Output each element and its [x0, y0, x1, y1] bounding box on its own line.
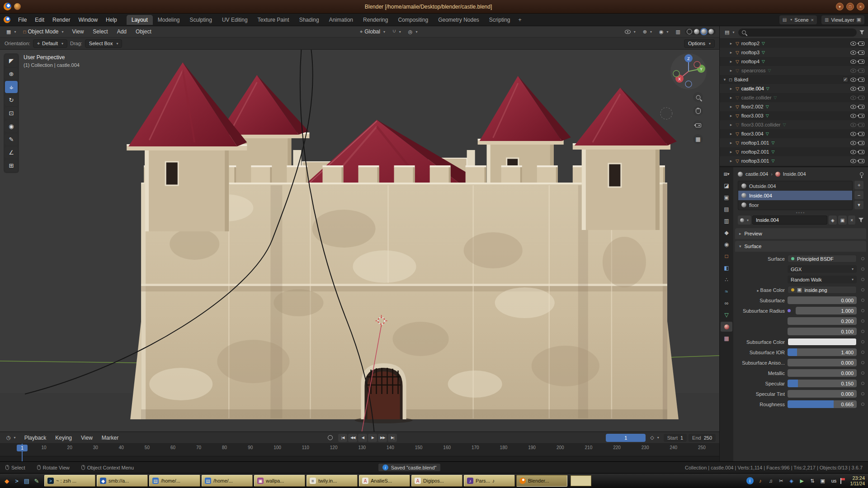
tool-transform[interactable]: ◉	[5, 120, 18, 132]
outliner-row[interactable]: ▸▽rooftop1.001▽	[720, 138, 868, 147]
camera-view-icon[interactable]	[693, 120, 703, 130]
properties-tab-modifier[interactable]: ◧	[721, 263, 732, 273]
value-slider[interactable]: 0.000	[788, 296, 857, 304]
decorator-dot[interactable]	[861, 299, 864, 302]
workspace-tab-geometry-nodes[interactable]: Geometry Nodes	[433, 15, 484, 25]
timeline-menu-marker[interactable]: Marker	[98, 433, 123, 443]
taskbar-clock[interactable]: 23:24 1/11/24	[850, 475, 865, 486]
solid-shading-icon[interactable]	[694, 29, 699, 34]
render-visibility-icon[interactable]	[859, 69, 864, 73]
color-swatch[interactable]	[788, 338, 857, 346]
workspace-tab-modeling[interactable]: Modeling	[153, 15, 185, 25]
properties-tab-scene[interactable]: ◆	[721, 228, 732, 238]
maximize-button[interactable]: □	[846, 3, 854, 10]
volume-icon[interactable]: ♫	[767, 477, 774, 484]
value-slider[interactable]: 0.200	[788, 317, 857, 325]
expand-arrow-icon[interactable]: ▸	[729, 68, 733, 73]
material-name-field[interactable]: Inside.004	[752, 216, 827, 225]
preview-section-header[interactable]: ▸ Preview	[735, 228, 866, 239]
outliner-row[interactable]: ▸▽castle.004▽	[720, 84, 868, 93]
properties-tab-physics[interactable]: ≈	[721, 286, 732, 296]
info-icon[interactable]: i	[746, 477, 754, 484]
decorator-dot[interactable]	[861, 340, 864, 343]
decorator-dot[interactable]	[861, 371, 864, 375]
gizmo-z-label[interactable]: Z	[687, 56, 690, 61]
tool-measure[interactable]: ∠	[5, 146, 18, 159]
timeline-editor-dropdown[interactable]: ◷▾	[4, 434, 19, 441]
decorator-dot[interactable]	[861, 361, 864, 364]
menu-edit[interactable]: Edit	[31, 15, 48, 25]
remove-slot-button[interactable]: −	[854, 191, 863, 199]
properties-tab-tool[interactable]: ◪	[721, 181, 732, 191]
playhead-frame-badge[interactable]: 1	[17, 445, 28, 451]
workspace-tab-scripting[interactable]: Scripting	[484, 15, 515, 25]
timeline-menu-view[interactable]: View	[77, 433, 97, 443]
gizmo-y-label[interactable]: Y	[700, 67, 703, 71]
outliner-row[interactable]: ▸▽rooftop2▽	[720, 39, 868, 48]
prev-keyframe-icon[interactable]: ◀◀	[348, 434, 357, 442]
task-button-pars[interactable]: ♪Pars...♪	[464, 475, 515, 487]
task-button-smb-a[interactable]: ◆smb://a...	[97, 475, 148, 487]
value-slider[interactable]: 0.000	[788, 390, 857, 398]
task-button-twily-in[interactable]: ≡twily.in...	[307, 475, 358, 487]
editor-type-dropdown[interactable]: ▦▾	[4, 28, 19, 36]
task-button-zsh[interactable]: >~ : zsh ...	[44, 475, 95, 487]
expand-arrow-icon[interactable]: ▸	[729, 86, 733, 91]
outliner-editor-dropdown[interactable]: ▤▾	[723, 28, 736, 36]
render-visibility-icon[interactable]	[859, 141, 864, 145]
visibility-eye-icon[interactable]	[850, 69, 856, 73]
menu-help[interactable]: Help	[102, 15, 121, 25]
keyboard-layout-indicator[interactable]: us	[831, 478, 837, 483]
task-button-digipos[interactable]: ADigipos...	[411, 475, 462, 487]
zoom-icon[interactable]	[693, 92, 703, 102]
sss-method-select[interactable]: Random Walk▾	[788, 276, 857, 283]
decorator-dot[interactable]	[861, 319, 864, 323]
render-visibility-icon[interactable]	[859, 159, 864, 163]
expand-arrow-icon[interactable]: ▸	[729, 150, 733, 154]
render-visibility-icon[interactable]	[859, 123, 864, 127]
frame-start-field[interactable]: Start1	[664, 434, 687, 442]
viewlayer-selector[interactable]: ▥ ViewLayer ▣	[821, 15, 864, 24]
play-reverse-icon[interactable]: ◀	[358, 434, 367, 442]
scene-selector[interactable]: ▤▾ Scene ×	[779, 15, 817, 24]
network-icon[interactable]: ⇅	[809, 477, 816, 484]
music-icon[interactable]: ♪	[757, 477, 764, 484]
fake-user-button[interactable]: ◈	[829, 216, 837, 225]
transform-orientation-dropdown[interactable]: ⌖Global▾	[357, 28, 388, 36]
outliner-search[interactable]	[738, 28, 857, 37]
next-keyframe-icon[interactable]: ▶▶	[378, 434, 387, 442]
properties-tab-constraints[interactable]: ∞	[721, 298, 732, 308]
visibility-eye-icon[interactable]	[850, 60, 856, 64]
toggle-xray-button[interactable]: ▥	[673, 28, 683, 36]
render-visibility-icon[interactable]	[859, 51, 864, 55]
decorator-dot[interactable]	[861, 403, 864, 406]
expand-arrow-icon[interactable]: ▸	[729, 104, 733, 109]
render-visibility-icon[interactable]	[859, 132, 864, 136]
outliner-row[interactable]: ▸▽rooftop4▽	[720, 57, 868, 66]
scene-unlink-icon[interactable]: ×	[811, 17, 814, 23]
menu-file[interactable]: File	[14, 15, 31, 25]
properties-tab-object[interactable]: □	[721, 251, 732, 261]
tool-annotate[interactable]: ✎	[5, 133, 18, 145]
visibility-eye-icon[interactable]	[850, 87, 856, 91]
outliner-search-input[interactable]	[748, 30, 853, 35]
task-button-wallpa[interactable]: ▣wallpa...	[254, 475, 305, 487]
visibility-eye-icon[interactable]	[850, 78, 856, 82]
outliner-row[interactable]: ▸▽spearcross▽	[720, 66, 868, 75]
properties-tab-output[interactable]: ▤	[721, 204, 732, 214]
outliner-row[interactable]: ▸▽rooftop3▽	[720, 48, 868, 57]
jump-to-end-icon[interactable]: ▶|	[388, 434, 397, 442]
properties-tab-material[interactable]	[721, 322, 732, 332]
properties-tab-object-data[interactable]: ▽	[721, 310, 732, 320]
editor-launcher-icon[interactable]: ✎	[32, 476, 41, 485]
decorator-dot[interactable]	[861, 278, 864, 281]
decorator-dot[interactable]	[861, 288, 864, 291]
options-button[interactable]: Options▾	[684, 39, 715, 48]
workspace-tab-rendering[interactable]: Rendering	[358, 15, 393, 25]
viewport-menu-view[interactable]: View	[68, 27, 88, 37]
properties-tab-render[interactable]: ▣	[721, 192, 732, 202]
shader-select[interactable]: Principled BSDF	[788, 255, 857, 263]
menu-render[interactable]: Render	[48, 15, 74, 25]
material-slot[interactable]: floor	[738, 200, 852, 210]
tool-move[interactable]	[5, 81, 18, 93]
